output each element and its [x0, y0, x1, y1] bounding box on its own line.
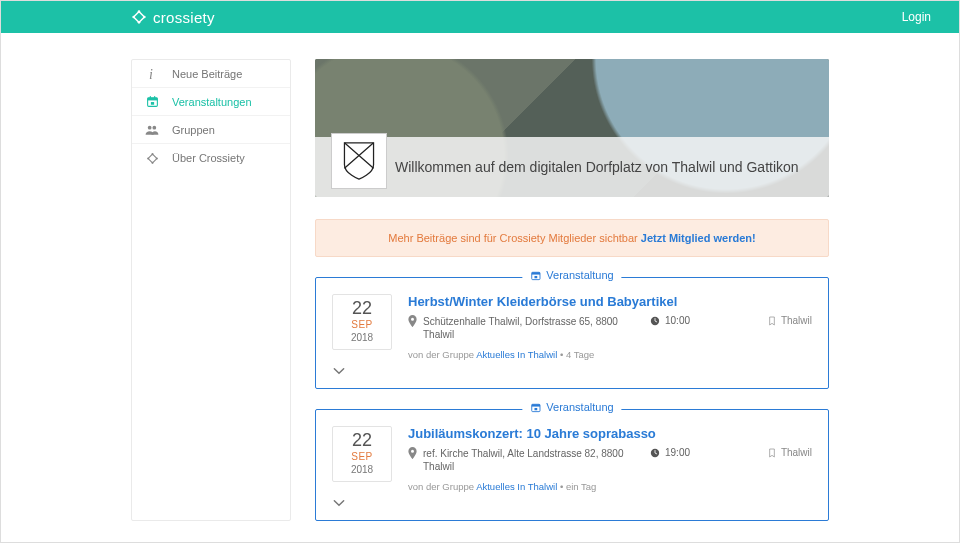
- event-group-link[interactable]: Aktuelles In Thalwil: [476, 481, 557, 492]
- hero-band: Willkommen auf dem digitalen Dorfplatz v…: [315, 137, 829, 197]
- svg-rect-21: [532, 404, 540, 406]
- clock-icon: [650, 316, 660, 326]
- coat-of-arms: [331, 133, 387, 189]
- date-month: SEP: [333, 451, 391, 462]
- svg-rect-7: [149, 96, 150, 99]
- notice-text: Mehr Beiträge sind für Crossiety Mitglie…: [388, 232, 640, 244]
- event-location-text: Schützenhalle Thalwil, Dorfstrasse 65, 8…: [423, 315, 628, 341]
- svg-point-11: [152, 125, 156, 129]
- expand-card-button[interactable]: [332, 360, 812, 384]
- card-type-label: Veranstaltung: [522, 269, 621, 281]
- date-day: 22: [333, 299, 391, 319]
- pin-icon: [408, 315, 417, 327]
- svg-text:i: i: [149, 67, 153, 81]
- people-icon: [144, 124, 160, 136]
- sidebar-item-label: Neue Beiträge: [172, 68, 242, 80]
- card-type-text: Veranstaltung: [546, 401, 613, 413]
- sidebar-item-veranstaltungen[interactable]: Veranstaltungen: [132, 88, 290, 116]
- hero-banner: Willkommen auf dem digitalen Dorfplatz v…: [315, 59, 829, 197]
- date-badge: 22 SEP 2018: [332, 426, 392, 482]
- chevron-down-icon: [332, 498, 812, 508]
- event-title-link[interactable]: Jubiläumskonzert: 10 Jahre soprabasso: [408, 426, 812, 441]
- sidebar-item-label: Veranstaltungen: [172, 96, 252, 108]
- event-meta-prefix: von der Gruppe: [408, 481, 476, 492]
- event-place-tag[interactable]: Thalwil: [768, 447, 812, 458]
- date-day: 22: [333, 431, 391, 451]
- svg-rect-9: [150, 102, 153, 105]
- svg-rect-8: [154, 96, 155, 99]
- expand-card-button[interactable]: [332, 492, 812, 516]
- event-meta: von der Gruppe Aktuelles In Thalwil • 4 …: [408, 349, 812, 360]
- event-location: ref. Kirche Thalwil, Alte Landstrasse 82…: [408, 447, 628, 473]
- event-meta-suffix: • ein Tag: [557, 481, 596, 492]
- pin-icon: [408, 447, 417, 459]
- sidebar: i Neue Beiträge Veranstaltungen Gruppen: [131, 59, 291, 521]
- cross-logo-icon: [131, 9, 147, 25]
- date-month: SEP: [333, 319, 391, 330]
- hero-title: Willkommen auf dem digitalen Dorfplatz v…: [395, 152, 799, 183]
- members-notice: Mehr Beiträge sind für Crossiety Mitglie…: [315, 219, 829, 257]
- svg-rect-18: [534, 275, 537, 277]
- event-place-text: Thalwil: [781, 447, 812, 458]
- event-place-tag[interactable]: Thalwil: [768, 315, 812, 326]
- event-card: Veranstaltung 22 SEP 2018 Jubiläumskonze…: [315, 409, 829, 521]
- sidebar-item-label: Gruppen: [172, 124, 215, 136]
- login-link[interactable]: Login: [902, 10, 931, 24]
- event-time: 19:00: [650, 447, 690, 458]
- calendar-icon: [530, 402, 541, 413]
- event-meta-suffix: • 4 Tage: [557, 349, 594, 360]
- calendar-icon: [144, 95, 160, 108]
- event-card: Veranstaltung 22 SEP 2018 Herbst/Winter …: [315, 277, 829, 389]
- event-meta-prefix: von der Gruppe: [408, 349, 476, 360]
- card-type-text: Veranstaltung: [546, 269, 613, 281]
- event-group-link[interactable]: Aktuelles In Thalwil: [476, 349, 557, 360]
- bookmark-icon: [768, 316, 776, 326]
- info-italic-icon: i: [144, 67, 160, 81]
- sidebar-item-neue-beitraege[interactable]: i Neue Beiträge: [132, 60, 290, 88]
- main-content: Willkommen auf dem digitalen Dorfplatz v…: [315, 59, 829, 521]
- cross-logo-icon: [144, 152, 160, 165]
- sidebar-item-label: Über Crossiety: [172, 152, 245, 164]
- svg-rect-6: [147, 98, 157, 101]
- sidebar-item-gruppen[interactable]: Gruppen: [132, 116, 290, 144]
- chevron-down-icon: [332, 366, 812, 376]
- card-type-label: Veranstaltung: [522, 401, 621, 413]
- event-title-link[interactable]: Herbst/Winter Kleiderbörse und Babyartik…: [408, 294, 812, 309]
- event-time-text: 19:00: [665, 447, 690, 458]
- notice-cta-link[interactable]: Jetzt Mitglied werden!: [641, 232, 756, 244]
- event-place-text: Thalwil: [781, 315, 812, 326]
- event-time-text: 10:00: [665, 315, 690, 326]
- date-badge: 22 SEP 2018: [332, 294, 392, 350]
- svg-rect-17: [532, 272, 540, 274]
- calendar-icon: [530, 270, 541, 281]
- date-year: 2018: [333, 464, 391, 475]
- event-location-text: ref. Kirche Thalwil, Alte Landstrasse 82…: [423, 447, 628, 473]
- event-meta: von der Gruppe Aktuelles In Thalwil • ei…: [408, 481, 812, 492]
- top-bar: crossiety Login: [1, 1, 959, 33]
- svg-point-10: [148, 125, 152, 129]
- sidebar-item-ueber-crossiety[interactable]: Über Crossiety: [132, 144, 290, 172]
- bookmark-icon: [768, 448, 776, 458]
- brand[interactable]: crossiety: [131, 9, 215, 26]
- event-location: Schützenhalle Thalwil, Dorfstrasse 65, 8…: [408, 315, 628, 341]
- svg-rect-22: [534, 407, 537, 409]
- brand-label: crossiety: [153, 9, 215, 26]
- date-year: 2018: [333, 332, 391, 343]
- event-time: 10:00: [650, 315, 690, 326]
- clock-icon: [650, 448, 660, 458]
